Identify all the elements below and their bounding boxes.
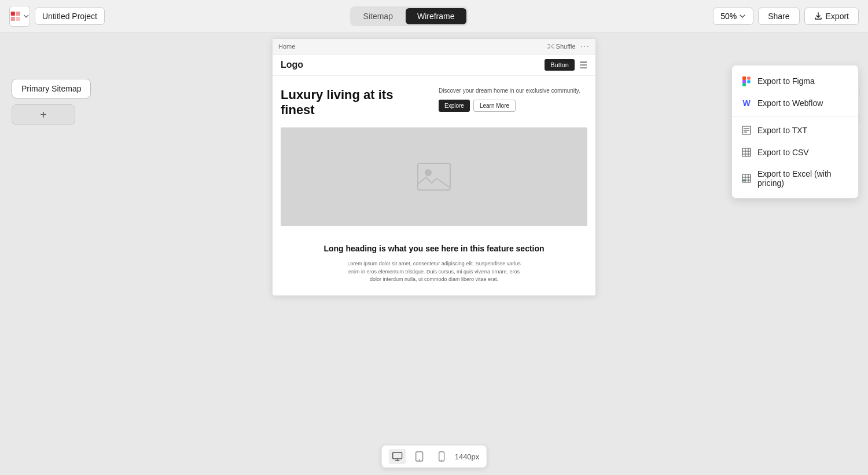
device-size-label: 1440px [455,452,480,461]
wf-learn-button[interactable]: Learn More [473,100,516,112]
svg-point-8 [419,459,420,461]
desktop-device-button[interactable] [389,449,406,464]
zoom-button[interactable]: 50% [713,8,753,25]
webflow-icon: W [741,98,752,108]
wf-topbar-right: Shuffle ··· [547,41,590,52]
svg-rect-14 [742,83,746,86]
mobile-device-button[interactable] [433,449,450,464]
svg-point-5 [425,169,432,176]
txt-icon [741,125,752,136]
figma-icon [741,76,752,86]
export-webflow-item[interactable]: W Export to Webflow [732,92,858,114]
svg-point-10 [441,459,442,461]
share-button[interactable]: Share [758,8,799,25]
project-name-button[interactable]: Untitled Project [35,8,105,25]
svg-rect-3 [16,16,20,20]
primary-sitemap-button[interactable]: Primary Sitemap [12,79,91,98]
svg-point-15 [747,80,751,83]
excel-icon [741,173,752,184]
wf-hero-right: Discover your dream home in our exclusiv… [439,87,587,112]
tablet-device-button[interactable] [411,449,428,464]
svg-rect-12 [747,76,751,80]
app-logo-button[interactable] [9,6,30,27]
device-toolbar: 1440px [381,445,487,468]
tab-wireframe[interactable]: Wireframe [406,8,466,24]
left-panel: Primary Sitemap + [12,79,91,125]
wf-logo: Logo [281,60,303,70]
view-tabs: Sitemap Wireframe [350,6,468,26]
topbar-right: 50% Share Export [713,8,859,25]
add-sitemap-button[interactable]: + [12,104,75,125]
svg-rect-20 [742,148,751,156]
svg-rect-25 [742,174,751,182]
svg-rect-4 [418,163,450,190]
shuffle-label: Shuffle [556,43,576,50]
wf-nav-right: Button ☰ [545,59,587,71]
wf-image-placeholder [281,127,587,226]
wf-feature-section: Long heading is what you see here in thi… [273,226,595,295]
wf-hero-left: Luxury living at its finest [281,87,429,118]
zoom-level: 50% [720,12,737,21]
canvas: Primary Sitemap + Home Shuffle ··· Logo [0,32,868,475]
shuffle-button[interactable]: Shuffle [547,43,576,50]
wf-page-bar: Home Shuffle ··· [273,39,595,54]
export-figma-item[interactable]: Export to Figma [732,70,858,92]
svg-rect-0 [11,11,15,15]
wf-hero-buttons: Explore Learn More [439,100,587,112]
export-figma-label: Export to Figma [757,76,815,86]
svg-rect-11 [742,76,746,80]
svg-rect-1 [16,11,20,15]
svg-rect-6 [393,452,402,459]
csv-icon [741,147,752,158]
svg-rect-2 [11,16,15,20]
wf-hero-section: Luxury living at its finest Discover you… [273,76,595,127]
wf-nav-button[interactable]: Button [545,59,575,71]
export-excel-label: Export to Excel (with pricing) [757,169,849,188]
export-webflow-label: Export to Webflow [757,98,823,108]
export-dropdown: Export to Figma W Export to Webflow Expo… [731,65,859,199]
export-divider-1 [732,116,858,117]
wf-feature-title: Long heading is what you see here in thi… [281,243,587,255]
tab-sitemap[interactable]: Sitemap [352,8,404,24]
wf-hamburger-icon[interactable]: ☰ [579,60,587,71]
export-txt-label: Export to TXT [757,126,807,135]
svg-rect-13 [742,80,746,83]
wf-hero-subtitle: Discover your dream home in our exclusiv… [439,87,587,94]
export-csv-item[interactable]: Export to CSV [732,141,858,163]
wf-more-icon[interactable]: ··· [580,41,590,52]
wf-explore-button[interactable]: Explore [439,100,470,112]
export-button[interactable]: Export [804,8,859,25]
export-csv-label: Export to CSV [757,148,809,157]
wireframe-preview: Home Shuffle ··· Logo Button ☰ [272,38,596,296]
export-excel-item[interactable]: Export to Excel (with pricing) [732,163,858,193]
wf-nav: Logo Button ☰ [273,54,595,76]
topbar-left: Untitled Project [9,6,105,27]
export-txt-item[interactable]: Export to TXT [732,119,858,141]
wf-feature-text: Lorem ipsum dolor sit amet, consectetur … [347,260,521,284]
export-label: Export [826,12,849,21]
add-sitemap-icon: + [40,108,47,122]
wf-hero-title: Luxury living at its finest [281,87,429,118]
topbar: Untitled Project Sitemap Wireframe 50% S… [0,0,868,32]
wf-page-name: Home [278,43,295,50]
